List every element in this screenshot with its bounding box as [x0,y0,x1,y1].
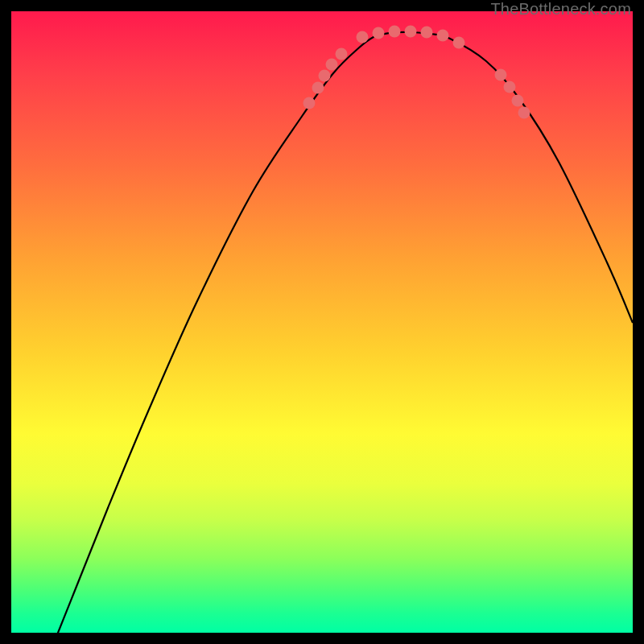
highlight-dot [303,97,316,109]
highlight-dot [336,48,348,60]
highlight-dot [312,82,324,94]
highlight-dot [495,69,507,81]
chart-frame [11,11,633,633]
highlight-dot [389,26,401,38]
highlight-dot [405,26,417,38]
highlight-dot [326,59,338,71]
highlight-dot [373,27,385,39]
bottleneck-curve [52,32,633,644]
highlight-dots-group [303,26,530,119]
highlight-dot [518,107,530,119]
highlight-dot [421,27,433,39]
watermark-text: TheBottleneck.com [490,0,631,19]
highlight-dot [437,30,449,42]
highlight-dot [357,31,369,43]
highlight-dot [319,70,331,82]
highlight-dot [504,81,516,93]
highlight-dot [512,95,524,107]
chart-svg [11,11,633,633]
highlight-dot [453,37,465,49]
